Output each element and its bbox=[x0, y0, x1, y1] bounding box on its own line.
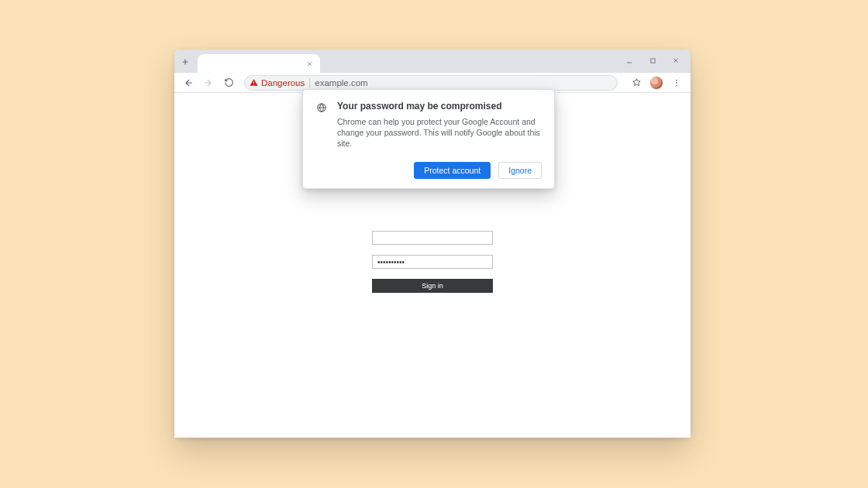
new-tab-button[interactable] bbox=[174, 51, 196, 73]
globe-icon bbox=[315, 101, 328, 114]
back-button[interactable] bbox=[179, 74, 198, 92]
maximize-button[interactable] bbox=[641, 50, 664, 71]
popover-title: Your password may be compromised bbox=[337, 101, 542, 112]
close-icon bbox=[672, 57, 680, 64]
star-icon bbox=[632, 77, 642, 88]
close-icon bbox=[306, 60, 313, 67]
svg-point-2 bbox=[676, 82, 677, 84]
svg-rect-0 bbox=[650, 58, 654, 62]
separator bbox=[309, 78, 310, 88]
forward-button bbox=[199, 74, 218, 92]
popover-body: Chrome can help you protect your Google … bbox=[337, 116, 542, 149]
bookmark-button[interactable] bbox=[627, 74, 646, 92]
avatar-icon bbox=[649, 76, 663, 90]
username-field[interactable] bbox=[372, 231, 493, 245]
minimize-icon bbox=[625, 57, 633, 64]
protect-account-button[interactable]: Protect account bbox=[414, 162, 491, 179]
toolbar-right bbox=[627, 74, 686, 92]
security-label-text: Dangerous bbox=[261, 78, 305, 88]
reload-icon bbox=[224, 77, 234, 88]
tab-close-button[interactable] bbox=[303, 57, 315, 70]
password-field[interactable] bbox=[372, 255, 493, 269]
kebab-icon bbox=[672, 78, 681, 88]
svg-point-1 bbox=[676, 79, 677, 81]
reload-button[interactable] bbox=[219, 74, 238, 92]
ignore-button[interactable]: Ignore bbox=[498, 162, 542, 179]
url-text: example.com bbox=[315, 78, 367, 88]
tab-strip bbox=[174, 50, 691, 73]
browser-window: Dangerous example.com Sign in bbox=[174, 50, 691, 438]
signin-button[interactable]: Sign in bbox=[372, 279, 493, 293]
security-chip[interactable]: Dangerous bbox=[250, 78, 305, 88]
address-bar[interactable]: Dangerous example.com bbox=[244, 75, 618, 91]
plus-icon bbox=[181, 57, 190, 67]
arrow-left-icon bbox=[183, 77, 194, 88]
window-close-button[interactable] bbox=[664, 50, 687, 71]
overflow-menu-button[interactable] bbox=[667, 74, 686, 92]
warning-triangle-icon bbox=[250, 78, 258, 87]
signin-form: Sign in bbox=[372, 231, 493, 293]
svg-point-3 bbox=[676, 84, 677, 86]
active-tab[interactable] bbox=[198, 54, 320, 73]
arrow-right-icon bbox=[203, 77, 214, 88]
maximize-icon bbox=[649, 57, 656, 64]
profile-button[interactable] bbox=[647, 74, 666, 92]
password-warning-popover: Your password may be compromised Chrome … bbox=[302, 89, 555, 189]
minimize-button[interactable] bbox=[618, 50, 641, 71]
window-controls bbox=[618, 50, 687, 71]
popover-actions: Protect account Ignore bbox=[315, 162, 542, 179]
